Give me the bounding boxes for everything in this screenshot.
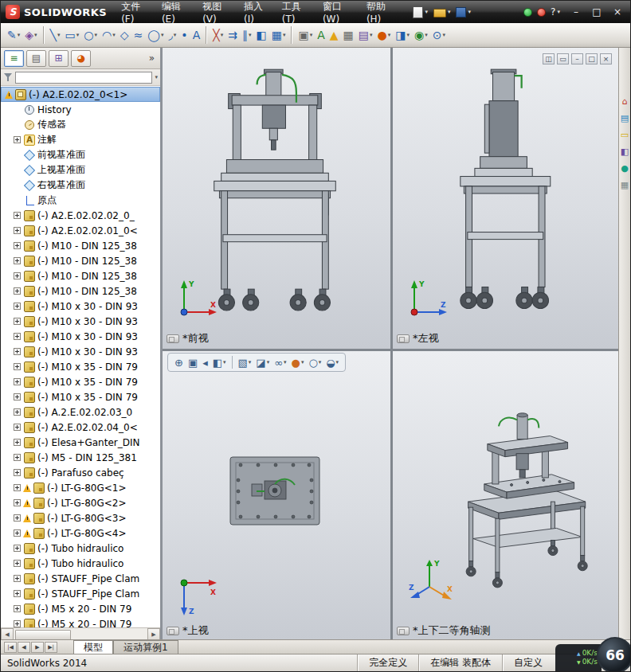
tree-item[interactable]: (-) LT-G-80G<3> xyxy=(1,510,160,525)
tree-item[interactable]: (-) Tubo hidraulico xyxy=(1,556,160,571)
expand-toggle[interactable] xyxy=(14,454,21,461)
fillet-tool-button[interactable]: ◞ xyxy=(166,28,178,42)
expand-toggle[interactable] xyxy=(14,212,21,219)
view-orientation-button[interactable]: ▧ xyxy=(237,357,253,369)
viewport-front[interactable]: X Y *前视 xyxy=(163,48,390,349)
tree-item[interactable]: 传感器 xyxy=(1,117,160,132)
tree-item[interactable]: (-) M10 x 30 - DIN 93 xyxy=(1,314,160,329)
tree-item[interactable]: (-) M10 x 30 - DIN 93 xyxy=(1,329,160,344)
viewport-splitter-vertical[interactable] xyxy=(390,48,393,641)
measure-button[interactable]: ◉ xyxy=(412,28,430,42)
expand-toggle[interactable] xyxy=(14,303,21,310)
tree-item[interactable]: 原点 xyxy=(1,193,160,208)
design-library-icon[interactable]: ▤ xyxy=(621,114,629,123)
expand-toggle[interactable] xyxy=(14,424,21,431)
new-document-button[interactable] xyxy=(411,5,429,20)
arc-tool-button[interactable]: ◠ xyxy=(100,28,118,42)
save-button[interactable] xyxy=(454,6,472,19)
net-ball[interactable]: 66 xyxy=(597,637,631,672)
tree-item[interactable]: (-) Parafuso cabeç xyxy=(1,465,160,480)
tree-item[interactable]: (-) M10 x 35 - DIN 79 xyxy=(1,374,160,389)
view-settings-button[interactable]: ◒ xyxy=(324,357,340,369)
tree-item[interactable]: (-) M5 - DIN 125_381 xyxy=(1,450,160,465)
options-button[interactable]: ⊙ xyxy=(430,28,448,42)
expand-toggle[interactable] xyxy=(14,363,21,370)
tab-scroll-prev[interactable]: ◀ xyxy=(18,642,30,653)
tree-filter-input[interactable] xyxy=(15,72,152,84)
section-view-button[interactable]: ◧ xyxy=(211,357,228,369)
expand-toggle[interactable] xyxy=(14,590,21,597)
mirror-entities-button[interactable]: ◧ xyxy=(253,28,268,42)
home-icon[interactable]: ⌂ xyxy=(622,97,628,106)
expand-toggle[interactable] xyxy=(14,257,21,264)
filter-caret-icon[interactable] xyxy=(155,75,158,80)
point-tool-button[interactable]: • xyxy=(178,28,190,42)
spline-tool-button[interactable]: ≈ xyxy=(131,28,146,42)
viewport-pane-button[interactable]: ▭ xyxy=(557,53,569,64)
apply-scene-button[interactable]: ○ xyxy=(307,357,323,369)
expand-toggle[interactable] xyxy=(14,136,21,143)
tree-item[interactable]: (-) A2.E.02.02.02_0_ xyxy=(1,208,160,223)
tree-item[interactable]: (-) M5 x 20 - DIN 79 xyxy=(1,616,160,627)
expand-toggle[interactable] xyxy=(14,469,21,476)
document-tab[interactable]: 模型 xyxy=(73,640,113,654)
line-tool-button[interactable]: ╲ xyxy=(48,28,63,42)
view-palette-icon[interactable]: ◧ xyxy=(621,147,629,156)
tree-item[interactable]: 前视基准面 xyxy=(1,147,160,162)
edit-appearance-button[interactable]: ● xyxy=(290,357,306,369)
alert-button[interactable]: ▲ xyxy=(327,28,341,42)
expand-toggle[interactable] xyxy=(14,272,21,279)
circle-tool-button[interactable]: ○ xyxy=(81,28,100,42)
ellipse-tool-button[interactable]: ◯ xyxy=(145,28,166,42)
expand-toggle[interactable] xyxy=(14,620,21,627)
restore-doc-button[interactable]: □ xyxy=(586,53,598,64)
tree-item[interactable]: (-) LT-G-80G<2> xyxy=(1,495,160,510)
viewport-top[interactable]: ⊕ ▣ xyxy=(163,351,390,641)
zoom-fit-button[interactable]: ⊕ xyxy=(173,357,185,369)
tree-item[interactable]: (-) M10 x 35 - DIN 79 xyxy=(1,389,160,404)
tree-item[interactable]: (-) M10 - DIN 125_38 xyxy=(1,253,160,268)
open-document-button[interactable] xyxy=(432,5,453,19)
linear-pattern-button[interactable]: ▦ xyxy=(269,28,288,42)
expand-toggle[interactable] xyxy=(14,439,21,446)
tree-item[interactable]: (-) A.2.E.02.02.03_0 xyxy=(1,404,160,420)
polygon-tool-button[interactable]: ◇ xyxy=(118,28,131,42)
tree-item[interactable]: History xyxy=(1,102,160,117)
displaymanager-tab[interactable]: ◕ xyxy=(71,50,91,67)
tree-item[interactable]: (-) STAUFF_Pipe Clam xyxy=(1,571,160,586)
offset-entities-button[interactable]: ∥ xyxy=(240,28,254,42)
viewport-isometric[interactable]: Y X Z *上下二等角轴测 xyxy=(393,351,620,641)
viewport-splitter-horizontal[interactable] xyxy=(163,349,620,351)
expand-toggle[interactable] xyxy=(14,545,21,552)
tree-item[interactable]: (-) M5 x 20 - DIN 79 xyxy=(1,601,160,616)
expand-toggle[interactable] xyxy=(14,575,21,582)
net-speed-overlay[interactable]: ▲ 0K/s ▼ 0K/s 66 xyxy=(555,639,630,671)
document-tab[interactable]: 运动算例1 xyxy=(113,640,178,654)
tree-item[interactable]: (-) M10 - DIN 125_38 xyxy=(1,238,160,253)
featuremanager-tab[interactable]: ≡ xyxy=(4,50,24,67)
viewport-left[interactable]: ◫▭–□× xyxy=(393,48,620,349)
tree-item[interactable]: 注解 xyxy=(1,132,160,147)
minimize-doc-button[interactable]: – xyxy=(571,53,583,64)
expand-toggle[interactable] xyxy=(14,529,21,537)
hide-show-items-button[interactable]: ∞ xyxy=(272,357,288,369)
expand-toggle[interactable] xyxy=(14,318,21,325)
tree-root-item[interactable]: (-) A2.E.02.02_0<1> xyxy=(1,87,160,102)
expand-toggle[interactable] xyxy=(14,514,21,522)
close-button[interactable]: × xyxy=(608,4,627,20)
tree-item[interactable]: (-) Tubo hidraulico xyxy=(1,541,160,556)
tree-item[interactable]: (-) M10 x 35 - DIN 79 xyxy=(1,359,160,374)
tree-item[interactable]: (-) M10 - DIN 125_38 xyxy=(1,268,160,283)
expand-toggle[interactable] xyxy=(14,393,21,400)
file-explorer-icon[interactable]: ▭ xyxy=(621,131,629,139)
expand-toggle[interactable] xyxy=(14,242,21,249)
scrollbar-thumb[interactable] xyxy=(15,630,71,640)
expand-toggle[interactable] xyxy=(14,333,21,340)
viewport-split-button[interactable]: ◫ xyxy=(543,53,555,64)
custom-properties-icon[interactable]: ▦ xyxy=(621,181,629,189)
tree-item[interactable]: (-) A2.E.02.02.01_0< xyxy=(1,223,160,238)
configurationmanager-tab[interactable]: ⊞ xyxy=(49,50,69,67)
expand-toggle[interactable] xyxy=(14,287,21,295)
expand-toggle[interactable] xyxy=(14,378,21,385)
top-view-model[interactable] xyxy=(229,456,320,525)
